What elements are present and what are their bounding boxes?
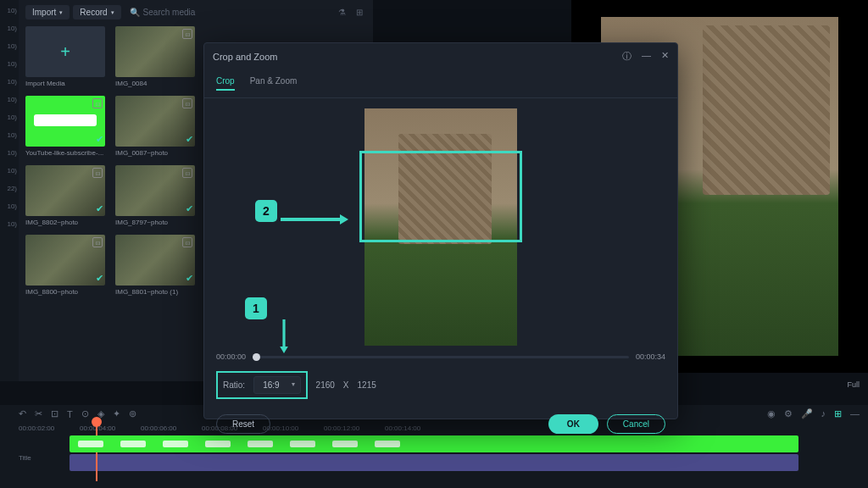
check-icon: ✔ [96, 273, 103, 284]
frame-rail: 10) 10) 10) 10) 10) 10) 10) 10) 10) 10) … [0, 0, 19, 381]
media-toolbar: Import▾ Record▾ 🔍Search media ⚗ ⊞ [25, 5, 366, 19]
settings-icon[interactable]: ⚙ [784, 408, 793, 419]
media-label: Import Media [25, 80, 105, 87]
cancel-button[interactable]: Cancel [607, 414, 665, 434]
scissors-icon[interactable]: ✂ [35, 408, 42, 419]
media-item-import[interactable]: + Import Media [25, 26, 105, 87]
ruler-tick: 00:00:04:00 [80, 424, 141, 432]
check-icon: ✔ [96, 203, 103, 214]
modal-titlebar: Crop and Zoom ⓘ — ✕ [204, 43, 677, 69]
full-label[interactable]: Full [847, 380, 860, 389]
text-icon[interactable]: T [67, 409, 73, 419]
ruler-tick: 00:00:02:00 [19, 424, 80, 432]
annotation-step1: 1 [245, 297, 267, 319]
media-item[interactable]: ⊡ IMG_0084 [115, 26, 195, 87]
tab-panzoom[interactable]: Pan & Zoom [250, 73, 298, 91]
import-button[interactable]: Import▾ [25, 5, 70, 19]
expand-icon: ⊡ [182, 168, 192, 178]
minimize-icon[interactable]: — [642, 50, 651, 63]
record-label: Record [80, 8, 107, 17]
crop-canvas [204, 98, 677, 351]
arrow-icon [281, 202, 348, 238]
tab-crop[interactable]: Crop [216, 73, 235, 91]
crop-icon[interactable]: ⊡ [51, 408, 58, 419]
svg-marker-1 [340, 214, 348, 225]
frame-tick: 10) [0, 108, 19, 126]
modal-actions: Reset OK Cancel [204, 408, 677, 444]
media-item[interactable]: ⊡✔ IMG_0087~photo [115, 96, 195, 157]
dimension-sep: X [343, 380, 349, 390]
audio-track[interactable] [70, 454, 798, 471]
ratio-row: Ratio: 16:9 2160 X 1215 [204, 363, 677, 408]
frame-tick: 10) [0, 126, 19, 144]
timeline-right-toolbar: ◉ ⚙ 🎤 ♪ ⊞ — [767, 408, 860, 419]
crop-height: 1215 [358, 380, 376, 390]
expand-icon: ⊡ [92, 98, 103, 108]
search-placeholder: Search media [143, 8, 196, 17]
crop-region[interactable] [359, 151, 522, 242]
chevron-down-icon: ▾ [111, 9, 114, 16]
media-item[interactable]: ⊡✔ YouTube-like-subscribe-... [25, 96, 105, 157]
time-end: 00:00:34 [636, 352, 665, 361]
time-slider[interactable] [253, 356, 629, 358]
frame-tick: 10) [0, 91, 19, 108]
ruler-tick: 00:00:06:00 [141, 424, 202, 432]
snapshot-icon[interactable]: ⊚ [129, 408, 136, 419]
time-start: 00:00:00 [216, 352, 246, 361]
media-label: IMG_0084 [115, 80, 195, 87]
undo-icon[interactable]: ↶ [19, 408, 26, 419]
expand-icon: ⊡ [182, 237, 192, 247]
media-label: IMG_8797~photo [115, 219, 195, 226]
zoom-icon[interactable]: — [850, 408, 860, 419]
plus-icon: + [60, 42, 70, 62]
import-label: Import [32, 8, 56, 17]
frame-tick: 10) [0, 55, 19, 73]
expand-icon: ⊡ [182, 98, 192, 108]
modal-tabs: Crop Pan & Zoom [204, 69, 677, 98]
reset-button[interactable]: Reset [216, 414, 270, 434]
frame-tick: 10) [0, 37, 19, 55]
frame-tick: 10) [0, 215, 19, 233]
svg-marker-3 [280, 347, 288, 353]
media-item[interactable]: ⊡✔ IMG_8800~photo [25, 235, 105, 296]
frame-tick: 10) [0, 162, 19, 180]
slider-thumb[interactable] [253, 353, 260, 361]
media-label: IMG_0087~photo [115, 149, 195, 157]
arrow-icon [250, 319, 318, 355]
ratio-select[interactable]: 16:9 [253, 376, 300, 394]
speed-icon[interactable]: ⊙ [81, 408, 89, 419]
expand-icon: ⊡ [92, 168, 103, 178]
media-item[interactable]: ⊡✔ IMG_8802~photo [25, 165, 105, 226]
mic-icon[interactable]: 🎤 [801, 408, 813, 419]
frame-tick: 10) [0, 197, 19, 215]
frame-tick: 10) [0, 19, 19, 37]
media-item[interactable]: ⊡✔ IMG_8801~photo (1) [115, 235, 195, 296]
media-label: IMG_8800~photo [25, 288, 105, 296]
help-icon[interactable]: ⓘ [622, 50, 632, 63]
marker-icon[interactable]: ◉ [767, 408, 776, 419]
expand-icon: ⊡ [92, 237, 103, 247]
search-input[interactable]: 🔍Search media [125, 5, 331, 19]
crop-zoom-modal: Crop and Zoom ⓘ — ✕ Crop Pan & Zoom 2 1 … [203, 42, 678, 419]
title-track-label: Title [19, 454, 31, 462]
audio-icon[interactable]: ♪ [821, 408, 826, 419]
check-icon: ✔ [186, 134, 193, 145]
frame-tick: 10) [0, 2, 19, 19]
crop-image[interactable] [364, 108, 517, 346]
media-label: IMG_8802~photo [25, 219, 105, 226]
effects-icon[interactable]: ✦ [113, 408, 120, 419]
ok-button[interactable]: OK [548, 414, 598, 434]
modal-title: Crop and Zoom [213, 52, 277, 62]
filter-icon[interactable]: ⚗ [335, 8, 349, 17]
record-button[interactable]: Record▾ [73, 5, 120, 19]
grid-icon[interactable]: ⊞ [353, 8, 366, 17]
check-icon: ✔ [186, 273, 193, 284]
search-icon: 🔍 [130, 8, 140, 17]
mixer-icon[interactable]: ⊞ [834, 408, 842, 419]
media-item[interactable]: ⊡✔ IMG_8797~photo [115, 165, 195, 226]
chevron-down-icon: ▾ [59, 9, 63, 16]
annotation-step2: 2 [255, 200, 277, 222]
expand-icon: ⊡ [182, 29, 192, 39]
ratio-label: Ratio: [223, 380, 245, 390]
close-icon[interactable]: ✕ [661, 50, 669, 63]
